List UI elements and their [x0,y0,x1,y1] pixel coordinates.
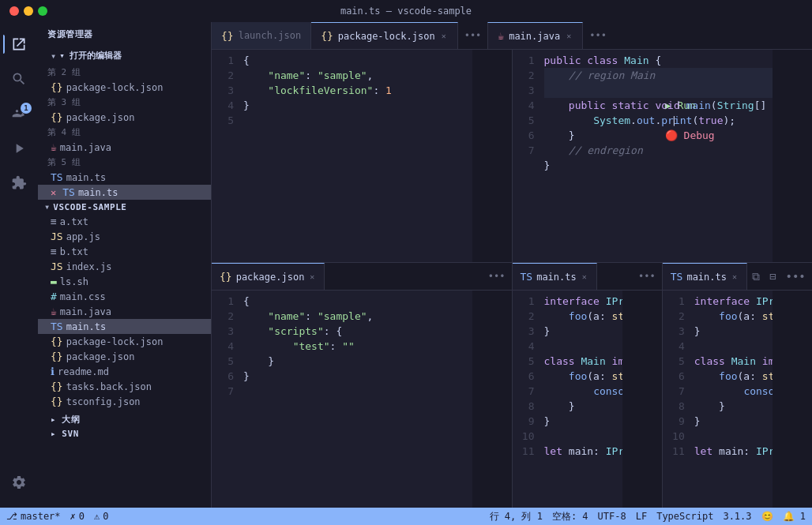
sh-icon: ▬ [51,276,57,287]
json-icon-tab: {} [220,271,232,283]
errors-count[interactable]: ✗ 0 [70,511,85,522]
indentation[interactable]: 空格: 4 [552,510,588,523]
eol[interactable]: LF [636,511,647,522]
window-controls[interactable] [9,6,47,16]
sidebar-item-main-ts-group5[interactable]: TS main.ts [38,170,211,185]
open-editors-section: ▾ ▾ 打开的编辑器 [38,47,211,65]
warnings-count[interactable]: ⚠ 0 [94,511,108,522]
tab-close-button[interactable]: ✕ [440,31,448,41]
vscode-folder[interactable]: ▾ VSCODE-SAMPLE [38,200,211,214]
sidebar-item-label: main.java [60,142,111,153]
close-button[interactable] [9,6,19,16]
file-label: tsconfig.json [66,396,141,407]
cursor-position[interactable]: 行 4, 列 1 [490,510,543,523]
sidebar-item-package-lock[interactable]: {} package-lock.json [38,80,211,95]
sidebar-file-a-txt[interactable]: ≡ a.txt [38,214,211,229]
ts-icon: TS [51,171,63,183]
json-icon3: {} [51,336,63,347]
ts-version[interactable]: 3.1.3 [723,511,751,522]
tab-package-lock-json[interactable]: {} package-lock.json ✕ [311,22,458,49]
ts-icon2: TS [62,186,75,198]
tab-label: main.ts [536,272,577,283]
java-tab-icon: ☕ [498,30,504,42]
maximize-button[interactable] [38,6,47,16]
activity-explorer[interactable] [3,28,35,60]
sidebar-file-index-js[interactable]: JS index.js [38,259,211,274]
more-actions-button[interactable]: ••• [780,263,810,290]
tab-package-json[interactable]: {} package.json ✕ [212,263,325,290]
warning-icon: ⚠ [94,511,100,522]
code-content-top-right[interactable]: public class Main { // region Main ▶ Run… [541,50,773,262]
sidebar-item-main-ts-active[interactable]: ✕ TS main.ts [38,185,211,200]
activity-settings[interactable] [3,467,35,498]
tab-main-ts-brr[interactable]: TS main.ts ✕ [663,263,747,290]
chevron-down-icon: ▾ [44,201,50,212]
code-content-bottom-left[interactable]: { "name": "sample", "scripts": { "test":… [240,291,472,508]
debug-button[interactable]: 🔴 Debug [665,129,715,141]
file-label: package.json [66,351,135,362]
sidebar-file-package-lock[interactable]: {} package-lock.json [38,334,211,349]
tab-close-pkg[interactable]: ✕ [308,272,316,282]
open-editors-label[interactable]: ▾ ▾ 打开的编辑器 [38,48,211,63]
file-label: tasks.back.json [66,381,152,392]
minimize-button[interactable] [24,6,33,16]
window-title: main.ts — vscode-sample [340,6,472,17]
tab-more-java[interactable]: ••• [583,22,613,49]
java-icon2: ☕ [51,306,57,317]
encoding[interactable]: UTF-8 [598,511,626,522]
js-icon: JS [51,231,63,242]
tab-close-ts1[interactable]: ✕ [581,272,588,282]
sidebar-file-readme[interactable]: ℹ readme.md [38,364,211,379]
activity-source-control[interactable]: 1 [3,98,35,129]
tab-main-java[interactable]: ☕ main.java ✕ [487,22,583,49]
file-label: ls.sh [60,276,88,287]
svn-section[interactable]: ▸ SVN [38,427,211,441]
feedback-emoji[interactable]: 😊 [761,511,773,522]
git-branch[interactable]: ⎇ master* [6,511,61,522]
activity-extensions[interactable] [3,167,35,199]
code-content-top-left[interactable]: { "name": "sample", "lockfileVersion": 1… [240,50,472,262]
sidebar-file-ls-sh[interactable]: ▬ ls.sh [38,274,211,289]
sidebar-header: 资源管理器 [38,22,211,47]
tab-launch-json[interactable]: {} launch.json [212,22,311,49]
sidebar-file-b-txt[interactable]: ≡ b.txt [38,244,211,259]
outline-section[interactable]: ▸ 大纲 [38,412,211,427]
activity-search[interactable] [3,63,35,95]
bottom-left-more[interactable]: ••• [482,263,512,290]
group4-label: 第 4 组 [38,125,211,140]
code-content-brl[interactable]: interface IProtoc… foo(a: string… } clas… [541,291,622,508]
sidebar-file-main-java[interactable]: ☕ main.java [38,304,211,319]
sidebar-item-package[interactable]: {} package.json [38,110,211,125]
sidebar-file-tsconfig[interactable]: {} tsconfig.json [38,394,211,409]
close-icon: ✕ [51,187,56,198]
sidebar-file-package[interactable]: {} package.json [38,349,211,364]
main-java-code: 1234567 public class Main { // region Ma… [513,50,813,262]
sidebar-item-main-java[interactable]: ☕ main.java [38,140,211,155]
sidebar-file-tasks[interactable]: {} tasks.back.json [38,379,211,394]
editor-area: {} launch.json {} package-lock.json ✕ ••… [212,22,812,508]
json-icon4: {} [51,351,63,362]
tab-close-java[interactable]: ✕ [565,31,573,41]
code-content-brr[interactable]: interface IProtoc… foo(a: string… } clas… [691,291,773,508]
md-icon: ℹ [51,366,55,377]
package-lock-code: 12345 { "name": "sample", "lockfileVersi… [212,50,512,262]
split-editor-button[interactable]: ⧉ [747,263,765,290]
activity-run[interactable] [3,133,35,164]
bottom-right-left-more[interactable]: ••• [632,263,662,290]
sidebar-file-app-js[interactable]: JS app.js [38,229,211,244]
layout-button[interactable]: ⊟ [765,263,780,290]
top-right-pane: 1234567 public class Main { // region Ma… [513,50,813,262]
tab-main-ts-brl[interactable]: TS main.ts ✕ [513,263,597,290]
tab-close-ts2[interactable]: ✕ [731,272,739,282]
sidebar-file-main-css[interactable]: # main.css [38,289,211,304]
tab-label: package-lock.json [338,31,435,42]
tab-label: package.json [236,272,305,283]
sidebar-item-label: package.json [66,112,135,123]
bottom-right-right-pane: TS main.ts ✕ ⧉ ⊟ ••• [663,263,812,508]
language-mode[interactable]: TypeScript [656,511,713,522]
notifications[interactable]: 🔔 1 [783,511,806,522]
tab-more-button[interactable]: ••• [458,22,488,49]
package-json-code: 1234567 { "name": "sample", "scripts": {… [212,291,512,508]
sidebar-file-main-ts[interactable]: TS main.ts [38,319,211,334]
bottom-section: {} package.json ✕ ••• 1234567 { "name": [212,263,812,508]
